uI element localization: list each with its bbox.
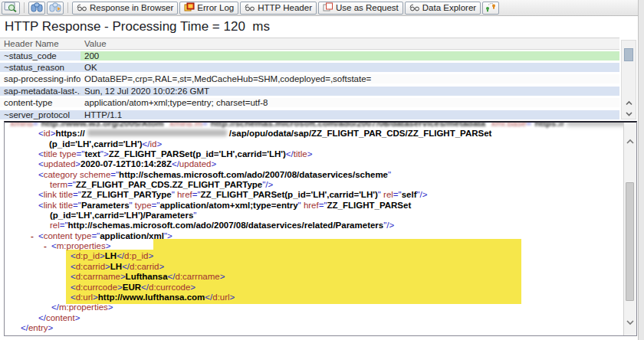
xml-response-body: xmlns="http://www.w3.org/2005/Atom" xmln… (4, 121, 637, 336)
body-scrollbar[interactable] (623, 123, 636, 335)
xml-line: <id>https:///sap/opu/odata/sap/ZZ_FLIGHT… (10, 129, 637, 139)
header-value: application/atom+xml;type=entry; charset… (80, 98, 619, 107)
scroll-down-arrow[interactable] (625, 106, 633, 113)
display-response-button[interactable] (2, 2, 20, 15)
header-value: OK (80, 63, 619, 72)
header-row-server-protocol[interactable]: ~server_protocol HTTP/1.1 (0, 109, 619, 120)
header-name: content-type (0, 98, 80, 107)
xml-line: <d:carrname>Lufthansa</d:carrname> (10, 272, 637, 282)
collapse-marker[interactable]: - (44, 241, 47, 251)
button-label: Use as Request (336, 3, 399, 12)
xml-line: (p_id='LH',carrid='LH')/Parameters" (10, 211, 637, 221)
xml-line: </m:properties> (10, 302, 637, 312)
find-next-icon (49, 2, 61, 14)
response-in-browser-button[interactable]: Response in Browser (72, 2, 178, 15)
title-bar: HTTP Response - Processing Time = 120 ms (0, 16, 638, 38)
switch-button[interactable] (482, 2, 499, 15)
switch-icon (485, 2, 497, 14)
column-header-value: Value (80, 39, 619, 48)
header-name: sap-processing-info (0, 74, 80, 83)
header-value: Sun, 12 Jul 2020 10:02:26 GMT (80, 87, 619, 96)
xml-line: term="ZZ_FLIGHT_PAR_CDS.ZZ_FLIGHT_PARTyp… (10, 180, 637, 190)
header-value: 200 (80, 51, 619, 60)
xml-line: <d:url>http://www.lufthansa.com</d:url> (10, 293, 637, 302)
http-response-window: Response in Browser Error Log HTTP Heade… (0, 0, 644, 340)
scroll-down-arrow[interactable] (626, 315, 635, 323)
header-name: ~server_protocol (0, 110, 80, 119)
scrollbar-thumb[interactable] (626, 182, 634, 301)
header-row-status-code[interactable]: ~status_code 200 (0, 50, 619, 61)
find-next-button[interactable] (47, 2, 64, 15)
xml-line: xmlns="http://www.w3.org/2005/Atom" xmln… (10, 121, 637, 129)
redacted-host (87, 129, 227, 136)
glasses-icon (409, 3, 420, 13)
xml-line: <d:carrid>LH</d:carrid> (10, 262, 637, 272)
xml-view: xmlns="http://www.w3.org/2005/Atom" xmln… (10, 121, 637, 333)
collapse-marker[interactable]: - (31, 231, 34, 241)
scrollbar-thumb[interactable] (624, 48, 633, 61)
column-header-name: Header Name (0, 39, 80, 48)
xml-line: -<content type="application/xml"> (10, 231, 637, 241)
header-row-content-type[interactable]: content-type application/atom+xml;type=e… (0, 97, 619, 109)
scroll-up-arrow[interactable] (626, 135, 635, 142)
button-label: HTTP Header (258, 3, 312, 12)
xml-line: <link title="ZZ_FLIGHT_PARType" href="ZZ… (10, 190, 637, 200)
xml-line: <d:p_id>LH</d:p_id> (10, 251, 637, 261)
header-row-sap-metadata[interactable]: sap-metadata-last-... Sun, 12 Jul 2020 1… (0, 85, 619, 96)
header-name: sap-metadata-last-... (0, 87, 80, 96)
button-label: Response in Browser (90, 3, 173, 12)
xml-line: -<m:properties> (10, 241, 637, 251)
glasses-icon (245, 3, 255, 13)
scroll-up-arrow[interactable] (625, 96, 633, 103)
button-label: Error Log (197, 3, 234, 12)
xml-line: <title type="text">ZZ_FLIGHT_PARSet(p_id… (10, 149, 637, 159)
button-label: Data Explorer (422, 3, 476, 12)
header-row-status-reason[interactable]: ~status_reason OK (0, 61, 619, 73)
xml-line: rel="http://schemas.microsoft.com/ado/20… (10, 221, 637, 230)
data-explorer-button[interactable]: Data Explorer (405, 2, 481, 15)
http-header-button[interactable]: HTTP Header (240, 2, 317, 15)
xml-line: <link title="Parameters" type="applicati… (10, 201, 637, 211)
glasses-icon (77, 3, 87, 13)
find-icon (31, 2, 43, 14)
copy-icon (323, 2, 334, 13)
toolbar-separator (67, 2, 68, 13)
xml-line: </content> (10, 313, 637, 323)
xml-line: <updated>2020-07-12T10:14:28Z</updated> (10, 159, 637, 169)
error-log-icon (184, 2, 195, 13)
use-as-request-button[interactable]: Use as Request (318, 2, 403, 15)
xml-line: (p_id='LH',carrid='LH')</id> (10, 139, 637, 149)
table-header-row: Header Name Value (0, 38, 619, 50)
header-name: ~status_reason (0, 63, 80, 72)
header-name: ~status_code (0, 51, 80, 60)
display-response-icon (4, 2, 18, 14)
toolbar-separator (24, 2, 25, 13)
xml-line: <d:currcode>EUR</d:currcode> (10, 283, 637, 293)
window-edge (638, 0, 644, 340)
page-title: HTTP Response - Processing Time = 120 ms (5, 19, 270, 34)
xml-line: </entry> (10, 323, 637, 333)
error-log-button[interactable]: Error Log (179, 2, 238, 15)
header-value: ODataBEP=,crp=,RAL=,st=,MedCacheHub=SHM,… (80, 74, 619, 83)
header-table-scrollbar[interactable] (621, 40, 636, 119)
header-value: HTTP/1.1 (80, 110, 619, 119)
toolbar: Response in Browser Error Log HTTP Heade… (0, 0, 638, 16)
response-header-table: Header Name Value ~status_code 200 ~stat… (0, 38, 619, 120)
header-row-sap-processing-info[interactable]: sap-processing-info ODataBEP=,crp=,RAL=,… (0, 74, 619, 85)
xml-line: <category scheme="http://schemas.microso… (10, 170, 637, 180)
find-button[interactable] (28, 2, 45, 15)
